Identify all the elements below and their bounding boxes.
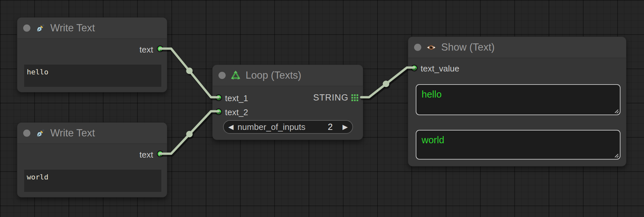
stepper-increment-arrow[interactable]: ▶: [343, 124, 348, 131]
output-value-text: world: [422, 135, 444, 145]
reroute-dot[interactable]: [186, 131, 193, 137]
number-of-inputs-stepper[interactable]: ◀ number_of_inputs 2 ▶: [223, 120, 353, 134]
input-port-label: text_1: [225, 93, 248, 103]
input-port-text-2[interactable]: [215, 108, 222, 115]
input-port-label: text_value: [421, 64, 459, 74]
output-value-area-2[interactable]: world: [416, 130, 620, 160]
stepper-value: 2: [328, 122, 333, 132]
output-port-label: text: [139, 45, 153, 55]
pen-nib-icon: [35, 128, 45, 138]
stepper-label: number_of_inputs: [237, 122, 328, 132]
resize-grip-icon[interactable]: [613, 108, 619, 114]
wire-text1-to-loop: [160, 49, 218, 97]
node-editor-canvas[interactable]: Write Text text hello Write Text text wo…: [0, 0, 644, 217]
input-port-label: text_2: [225, 107, 248, 117]
output-port-label: text: [139, 150, 153, 160]
collapse-dot[interactable]: [23, 130, 30, 137]
node-header: Write Text: [17, 18, 167, 39]
output-value-area-1[interactable]: hello: [416, 84, 620, 115]
node-title: Loop (Texts): [246, 70, 301, 81]
reroute-dot[interactable]: [383, 81, 389, 87]
wire-text2-to-loop: [160, 111, 218, 154]
input-port-text-value[interactable]: [411, 65, 418, 71]
reroute-dot[interactable]: [186, 68, 193, 74]
collapse-dot[interactable]: [218, 72, 226, 79]
pen-nib-icon: [35, 23, 45, 33]
input-port-text-1[interactable]: [215, 94, 222, 101]
text-input-area[interactable]: hello: [24, 65, 161, 87]
node-show-text[interactable]: Show (Text) text_value hello world: [408, 37, 626, 166]
node-header: Write Text: [17, 123, 167, 144]
output-port-text[interactable]: [157, 150, 164, 157]
output-type-label: STRING: [313, 93, 348, 103]
stepper-decrement-arrow[interactable]: ◀: [228, 124, 233, 131]
recycle-icon: [231, 70, 241, 81]
wire-loop-to-show: [361, 68, 414, 97]
node-write-text-2[interactable]: Write Text text world: [17, 122, 167, 197]
node-title: Show (Text): [441, 41, 495, 53]
output-value-text: hello: [422, 89, 442, 100]
text-input-area[interactable]: world: [24, 170, 161, 192]
collapse-dot[interactable]: [414, 44, 421, 51]
node-title: Write Text: [50, 127, 95, 139]
eye-icon: [426, 42, 436, 53]
node-header: Show (Text): [408, 37, 626, 58]
resize-grip-icon[interactable]: [613, 152, 619, 158]
output-port-text[interactable]: [157, 45, 164, 52]
list-grid-icon[interactable]: [351, 94, 358, 101]
node-header: Loop (Texts): [213, 65, 363, 86]
node-write-text-1[interactable]: Write Text text hello: [17, 17, 167, 92]
node-title: Write Text: [50, 22, 95, 34]
collapse-dot[interactable]: [23, 24, 30, 32]
node-loop-texts[interactable]: Loop (Texts) text_1 STRING text_2 ◀ numb…: [212, 65, 363, 140]
